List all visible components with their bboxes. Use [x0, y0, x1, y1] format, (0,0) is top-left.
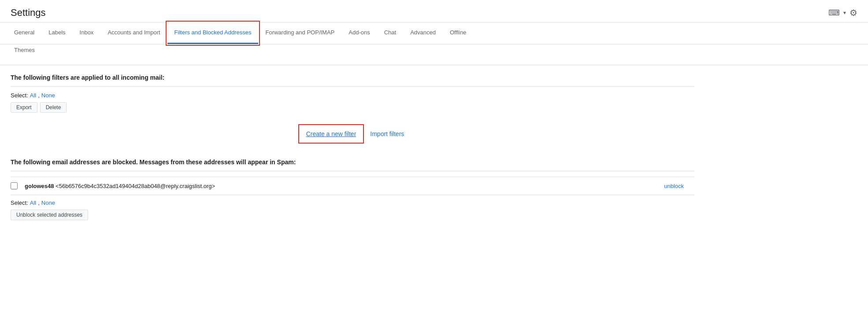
create-filter-link[interactable]: Create a new filter	[301, 127, 362, 141]
filters-select-none[interactable]: None	[41, 92, 55, 99]
filters-select-label: Select:	[11, 92, 28, 99]
blocked-entry: golowes48 <56b6576c9b4c3532ad149404d28ab…	[11, 177, 694, 195]
import-filters-link[interactable]: Import filters	[370, 130, 404, 137]
page-title: Settings	[11, 7, 46, 18]
keyboard-icon[interactable]: ⌨	[828, 8, 840, 18]
divider-2	[11, 171, 694, 171]
tab-filters[interactable]: Filters and Blocked Addresses	[167, 22, 259, 44]
blocked-select-row: Select: All , None	[11, 199, 694, 206]
keyboard-dropdown-icon[interactable]: ▾	[843, 10, 846, 16]
tab-addons[interactable]: Add-ons	[341, 22, 377, 44]
blocked-select-separator: ,	[38, 199, 40, 206]
blocked-select-all[interactable]: All	[30, 199, 36, 206]
tab-chat[interactable]: Chat	[377, 22, 403, 44]
unblock-selected-button[interactable]: Unblock selected addresses	[11, 210, 88, 220]
blocked-entry-email: golowes48 <56b6576c9b4c3532ad149404d28ab…	[25, 183, 664, 189]
unblock-link[interactable]: unblock	[664, 183, 684, 189]
delete-button[interactable]: Delete	[40, 102, 67, 113]
blocked-select-label: Select:	[11, 199, 28, 206]
tab-general[interactable]: General	[7, 22, 41, 44]
tab-forwarding[interactable]: Forwarding and POP/IMAP	[258, 22, 341, 44]
blocked-heading: The following email addresses are blocke…	[11, 159, 694, 166]
filters-button-row: Export Delete	[11, 102, 694, 113]
tab-themes[interactable]: Themes	[7, 47, 42, 59]
tab-labels[interactable]: Labels	[41, 22, 72, 44]
nav-tabs: General Labels Inbox Accounts and Import…	[0, 22, 868, 44]
blocked-entry-address: <56b6576c9b4c3532ad149404d28ab048@reply.…	[56, 183, 215, 189]
header: Settings ⌨ ▾ ⚙	[0, 0, 868, 22]
blocked-select-none[interactable]: None	[41, 199, 55, 206]
filters-select-separator: ,	[38, 92, 40, 99]
main-content: The following filters are applied to all…	[0, 65, 705, 229]
blocked-entry-checkbox[interactable]	[11, 182, 18, 189]
blocked-entry-name: golowes48	[25, 183, 54, 189]
gear-icon[interactable]: ⚙	[849, 7, 857, 18]
tab-offline[interactable]: Offline	[443, 22, 473, 44]
header-icons: ⌨ ▾ ⚙	[828, 7, 857, 18]
filters-select-all[interactable]: All	[30, 92, 36, 99]
filters-select-row: Select: All , None	[11, 92, 694, 99]
second-nav-row: Themes	[0, 44, 868, 65]
tab-inbox[interactable]: Inbox	[73, 22, 101, 44]
export-button[interactable]: Export	[11, 102, 37, 113]
tab-accounts[interactable]: Accounts and Import	[100, 22, 167, 44]
filter-actions: Create a new filter Import filters	[11, 120, 694, 148]
tab-advanced[interactable]: Advanced	[403, 22, 443, 44]
divider-1	[11, 86, 694, 87]
filters-heading: The following filters are applied to all…	[11, 74, 694, 81]
